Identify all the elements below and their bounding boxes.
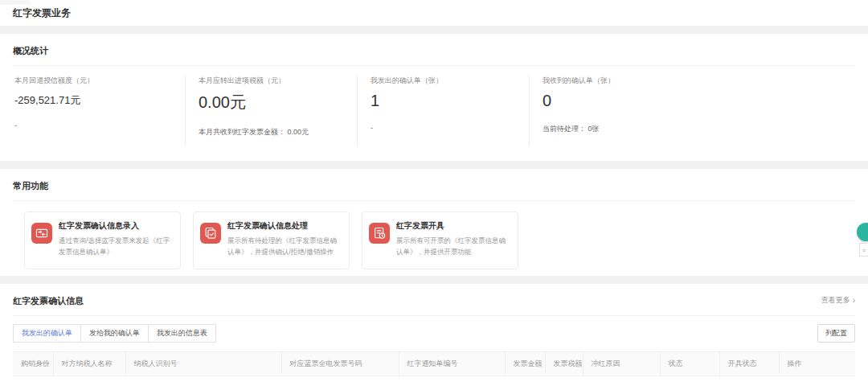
confirmation-panel: 红字发票确认信息 查看更多 › 我发出的确认单 发给我的确认单 我发出的信息表 … xyxy=(0,284,868,390)
col-blue-invoice-number: 对应蓝票全电发票号码 xyxy=(281,352,399,376)
col-red-reason: 冲红原因 xyxy=(583,352,660,376)
functions-panel: 常用功能 红字发票确认信息录入 通过查询/选择蓝字发票来发起《红字发票信息确认单… xyxy=(0,169,868,276)
table-header-row: 购销身份 对方纳税人名称 纳税人识别号 对应蓝票全电发票号码 红字通知单编号 发… xyxy=(13,352,855,376)
card-red-invoice-process[interactable]: 红字发票确认信息处理 展示所有待处理的《红字发票信息确认单》，并提供确认/拒绝/… xyxy=(193,211,350,269)
card-title: 红字发票确认信息录入 xyxy=(59,220,174,232)
entry-icon xyxy=(31,223,52,244)
stat-received-confirmations: 我收到的确认单（张） 0 当前待处理： 0张 xyxy=(529,76,701,146)
col-actions: 操作 xyxy=(779,352,855,376)
stat-label: 本月应转出进项税额（元） xyxy=(199,76,357,86)
stat-sent-confirmations: 我发出的确认单（张） 1 - xyxy=(357,76,529,146)
col-counterparty-name: 对方纳税人名称 xyxy=(53,352,125,376)
card-desc: 通过查询/选择蓝字发票来发起《红字发票信息确认单》 xyxy=(59,235,174,257)
stat-value: 0 xyxy=(542,92,701,110)
col-issue-status: 开具状态 xyxy=(719,352,779,376)
stat-refund-credit: 本月回退授信额度（元） -259,521.71元 - xyxy=(13,76,185,146)
tab-sent-info-forms[interactable]: 我发出的信息表 xyxy=(148,324,216,343)
col-red-notice-number: 红字通知单编号 xyxy=(399,352,505,376)
stat-value: 1 xyxy=(371,92,529,110)
stat-sub: - xyxy=(14,121,185,129)
confirmation-tabs: 我发出的确认单 发给我的确认单 我发出的信息表 xyxy=(13,324,216,343)
function-cards: 红字发票确认信息录入 通过查询/选择蓝字发票来发起《红字发票信息确认单》 红字发… xyxy=(13,201,855,269)
tab-sent-confirmations[interactable]: 我发出的确认单 xyxy=(13,324,81,343)
page-title: 红字发票业务 xyxy=(13,6,71,20)
functions-title: 常用功能 xyxy=(13,179,855,200)
stat-value: 0.00元 xyxy=(199,92,357,113)
overview-panel: 概况统计 本月回退授信额度（元） -259,521.71元 - 本月应转出进项税… xyxy=(0,34,868,161)
page-root: 红字发票业务 概况统计 本月回退授信额度（元） -259,521.71元 - 本… xyxy=(0,0,868,390)
col-buyer-seller-identity: 购销身份 xyxy=(13,352,53,376)
confirmation-table: 购销身份 对方纳税人名称 纳税人识别号 对应蓝票全电发票号码 红字通知单编号 发… xyxy=(13,351,855,388)
card-red-invoice-entry[interactable]: 红字发票确认信息录入 通过查询/选择蓝字发票来发起《红字发票信息确认单》 xyxy=(24,211,181,269)
process-icon xyxy=(200,223,221,244)
stat-label: 本月回退授信额度（元） xyxy=(14,76,185,86)
column-config-button[interactable]: 列配置 xyxy=(817,324,855,343)
card-desc: 展示所有待处理的《红字发票信息确认单》，并提供确认/拒绝/撤销操作 xyxy=(227,235,342,257)
stat-sub: - xyxy=(371,124,529,132)
stat-label: 我收到的确认单（张） xyxy=(542,76,701,86)
stat-sub: 当前待处理： 0张 xyxy=(542,124,701,134)
card-red-invoice-issue[interactable]: 红字发票开具 展示所有可开票的《红字发票信息确认单》，并提供开票功能 xyxy=(362,211,518,269)
issue-icon xyxy=(369,223,390,244)
col-invoice-tax: 发票税额 xyxy=(545,352,583,376)
page-header: 红字发票业务 xyxy=(0,0,868,26)
stat-value: -259,521.71元 xyxy=(14,93,185,108)
stats-row: 本月回退授信额度（元） -259,521.71元 - 本月应转出进项税额（元） … xyxy=(13,76,855,146)
table-empty-row xyxy=(13,376,855,388)
tab-received-confirmations[interactable]: 发给我的确认单 xyxy=(80,324,149,343)
chevron-right-icon: › xyxy=(853,296,855,305)
top-left-notch xyxy=(0,0,31,5)
confirmation-divider xyxy=(13,315,855,316)
card-title: 红字发票确认信息处理 xyxy=(227,220,342,232)
stat-label: 我发出的确认单（张） xyxy=(371,76,529,86)
stat-transfer-out-tax: 本月应转出进项税额（元） 0.00元 本月共收到红字发票金额： 0.00元 xyxy=(185,76,357,146)
floating-widget[interactable]: ≡ xyxy=(859,243,868,257)
stat-sub: 本月共收到红字发票金额： 0.00元 xyxy=(199,127,357,138)
card-title: 红字发票开具 xyxy=(396,220,511,232)
overview-title: 概况统计 xyxy=(13,43,855,65)
overview-divider xyxy=(13,65,855,66)
view-more-link[interactable]: 查看更多 › xyxy=(821,295,855,306)
col-status: 状态 xyxy=(660,352,719,376)
col-taxpayer-id: 纳税人识别号 xyxy=(125,352,281,376)
col-invoice-amount: 发票金额 xyxy=(505,352,545,376)
card-desc: 展示所有可开票的《红字发票信息确认单》，并提供开票功能 xyxy=(396,235,511,257)
confirmation-title: 红字发票确认信息 xyxy=(13,294,84,307)
